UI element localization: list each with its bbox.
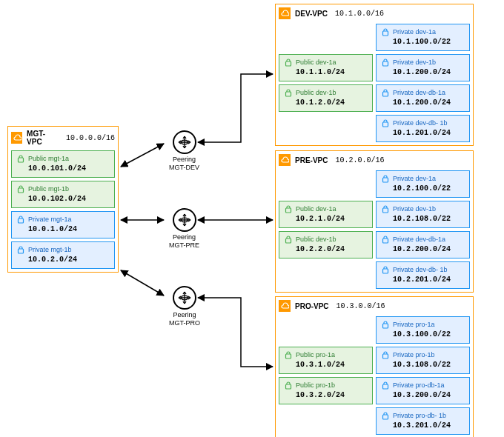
- lock-open-icon: [284, 235, 293, 244]
- lock-closed-icon: [381, 320, 390, 329]
- private-col: Private dev-1a 10.1.100.0/22 Private dev…: [376, 24, 470, 142]
- vpc-header: PRE-VPC 10.2.0.0/16: [279, 154, 470, 166]
- subnet-label: Private pro-db-1a: [393, 381, 445, 389]
- subnet-cidr: 10.0.102.0/24: [16, 195, 110, 203]
- lock-closed-icon: [381, 350, 390, 359]
- subnet-cidr: 10.3.100.0/22: [381, 330, 465, 338]
- peering-title: Peering: [169, 156, 199, 164]
- subnet-cidr: 10.0.2.0/24: [16, 256, 110, 264]
- subnet-cidr: 10.1.1.0/24: [284, 68, 368, 76]
- subnet-label: Private dev-1b: [393, 205, 436, 213]
- subnet-cidr: 10.3.201.0/24: [381, 421, 465, 430]
- lock-closed-icon: [381, 88, 390, 97]
- subnet-label: Private mgt-1a: [28, 216, 72, 223]
- vpc-body: Public dev-1a 10.2.1.0/24 Public dev-1b …: [279, 170, 470, 289]
- subnet-label: Private dev-db- 1b: [393, 119, 448, 127]
- subnet-public: Public mgt-1a 10.0.101.0/24: [11, 150, 115, 178]
- subnet-private: Private dev-1b 10.2.108.0/22: [376, 201, 470, 228]
- subnet-label: Public dev-1b: [296, 89, 336, 96]
- vpc-peering-icon: [173, 208, 196, 232]
- peering-title: Peering: [169, 311, 200, 319]
- subnet-cidr: 10.2.2.0/24: [284, 245, 368, 253]
- subnet-cidr: 10.2.200.0/24: [381, 245, 465, 253]
- subnet-private: Private pro-db- 1b 10.3.201.0/24: [376, 407, 470, 435]
- vpc-pre: PRE-VPC 10.2.0.0/16 Public dev-1a 10.2.1…: [275, 150, 474, 293]
- subnet-private: Private pro-1b 10.3.108.0/22: [376, 347, 470, 374]
- lock-closed-icon: [381, 265, 390, 274]
- vpc-body: Public pro-1a 10.3.1.0/24 Public pro-1b …: [279, 316, 470, 435]
- public-col: Public dev-1a 10.1.1.0/24 Public dev-1b …: [279, 24, 373, 142]
- cloud-icon: [279, 154, 291, 166]
- peering-mgt-pro: Peering MGT-PRO: [169, 286, 200, 327]
- subnet-cidr: 10.0.101.0/24: [16, 164, 110, 173]
- peering-mgt-pre: Peering MGT-PRE: [169, 208, 199, 250]
- vpc-header: PRO-VPC 10.3.0.0/16: [279, 300, 470, 312]
- subnet-public: Public dev-1a 10.2.1.0/24: [279, 201, 373, 228]
- subnet-private: Private pro-db-1a 10.3.200.0/24: [376, 377, 470, 404]
- subnet-label: Private dev-1b: [393, 59, 436, 66]
- subnet-label: Public pro-1a: [296, 351, 335, 358]
- subnet-label: Private dev-db-1a: [393, 89, 445, 96]
- lock-closed-icon: [381, 204, 390, 213]
- subnet-public: Public dev-1b 10.2.2.0/24: [279, 231, 373, 258]
- lock-closed-icon: [381, 235, 390, 244]
- peering-title: Peering: [169, 233, 199, 241]
- subnet-cidr: 10.2.201.0/24: [381, 276, 465, 284]
- subnet-cidr: 10.1.100.0/22: [381, 38, 465, 46]
- vpc-subnets: Public mgt-1a 10.0.101.0/24 Public mgt-1…: [11, 150, 115, 269]
- subnet-public: Public dev-1b 10.1.2.0/24: [279, 84, 373, 112]
- subnet-label: Private mgt-1b: [28, 246, 72, 253]
- subnet-label: Private dev-db- 1b: [393, 266, 448, 273]
- subnet-cidr: 10.1.2.0/24: [284, 99, 368, 107]
- vpc-cidr: 10.1.0.0/16: [335, 10, 384, 18]
- subnet-private: Private dev-db-1a 10.2.200.0/24: [376, 231, 470, 258]
- cloud-icon: [279, 300, 291, 312]
- lock-open-icon: [16, 184, 25, 193]
- lock-closed-icon: [381, 27, 390, 36]
- subnet-cidr: 10.2.1.0/24: [284, 215, 368, 223]
- subnet-private: Private mgt-1a 10.0.1.0/24: [11, 211, 115, 238]
- vpc-cidr: 10.0.0.0/16: [66, 134, 115, 142]
- vpc-name: PRE-VPC: [295, 156, 328, 164]
- vpc-peering-icon: [173, 130, 196, 154]
- vpc-body: Public dev-1a 10.1.1.0/24 Public dev-1b …: [279, 24, 470, 142]
- subnet-private: Private pro-1a 10.3.100.0/22: [376, 316, 470, 344]
- peering-name: MGT-DEV: [169, 164, 199, 172]
- subnet-private: Private dev-1b 10.1.200.0/24: [376, 54, 470, 81]
- subnet-cidr: 10.1.201.0/24: [381, 129, 465, 137]
- subnet-label: Private dev-1a: [393, 28, 436, 36]
- vpc-name: DEV-VPC: [295, 10, 328, 18]
- subnet-label: Public dev-1a: [296, 205, 336, 213]
- vpc-name: PRO-VPC: [295, 302, 329, 310]
- public-col: Public pro-1a 10.3.1.0/24 Public pro-1b …: [279, 316, 373, 435]
- subnet-private: Private dev-1a 10.2.100.0/22: [376, 170, 470, 198]
- vpc-name: MGT-VPC: [27, 130, 59, 146]
- subnet-private: Private dev-1a 10.1.100.0/22: [376, 24, 470, 51]
- subnet-public: Public mgt-1b 10.0.102.0/24: [11, 181, 115, 208]
- subnet-public: Public pro-1a 10.3.1.0/24: [279, 347, 373, 374]
- subnet-public: Public pro-1b 10.3.2.0/24: [279, 377, 373, 404]
- subnet-private: Private dev-db-1a 10.1.200.0/24: [376, 84, 470, 112]
- subnet-cidr: 10.2.100.0/22: [381, 184, 465, 193]
- subnet-label: Private dev-1a: [393, 175, 436, 182]
- lock-closed-icon: [381, 58, 390, 67]
- subnet-cidr: 10.3.108.0/22: [381, 361, 465, 369]
- lock-open-icon: [16, 154, 25, 163]
- subnet-cidr: 10.3.1.0/24: [284, 361, 368, 369]
- lock-closed-icon: [381, 381, 390, 390]
- vpc-cidr: 10.2.0.0/16: [335, 156, 384, 164]
- vpc-cidr: 10.3.0.0/16: [336, 302, 385, 310]
- subnet-label: Public dev-1b: [296, 236, 336, 243]
- vpc-dev: DEV-VPC 10.1.0.0/16 Public dev-1a 10.1.1…: [275, 4, 474, 146]
- subnet-private: Private dev-db- 1b 10.2.201.0/24: [376, 261, 470, 289]
- subnet-label: Private pro-db- 1b: [393, 412, 446, 419]
- lock-open-icon: [284, 381, 293, 390]
- subnet-label: Public mgt-1b: [28, 185, 69, 193]
- subnet-label: Public mgt-1a: [28, 155, 69, 162]
- peering-name: MGT-PRO: [169, 319, 200, 327]
- private-col: Private pro-1a 10.3.100.0/22 Private pro…: [376, 316, 470, 435]
- subnet-label: Public pro-1b: [296, 381, 335, 389]
- subnet-label: Private pro-1a: [393, 321, 435, 328]
- lock-open-icon: [284, 88, 293, 97]
- lock-closed-icon: [381, 411, 390, 420]
